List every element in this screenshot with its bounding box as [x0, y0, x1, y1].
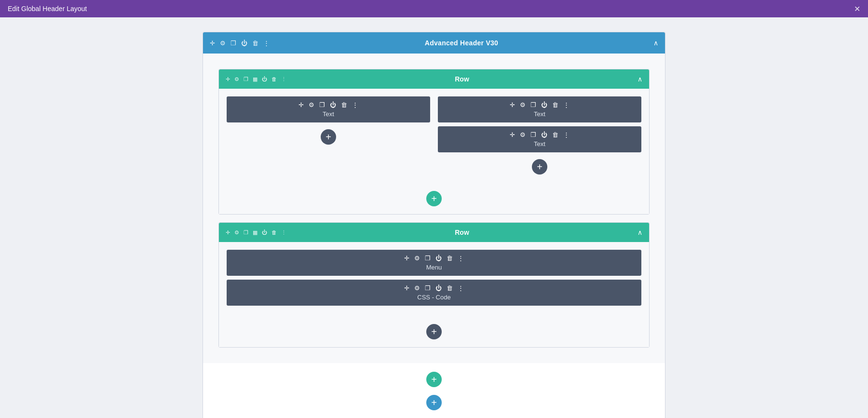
section-duplicate-icon[interactable]: ❐	[231, 40, 236, 47]
module2-label: Text	[534, 110, 545, 118]
module3-icons: ✛ ⚙ ❐ ⏻ 🗑 ⋮	[510, 131, 570, 138]
row2-duplicate-icon[interactable]: ❐	[244, 229, 248, 236]
mod2-move-icon[interactable]: ✛	[510, 101, 515, 108]
row2-columns-icon[interactable]: ▦	[253, 229, 258, 236]
section-more-icon[interactable]: ⋮	[263, 40, 270, 47]
section-move-icon[interactable]: ✛	[210, 40, 215, 47]
mod5-settings-icon[interactable]: ⚙	[414, 284, 420, 292]
row1-col1: ✛ ⚙ ❐ ⏻ 🗑 ⋮ Text +	[227, 96, 430, 176]
row1-power-icon[interactable]: ⏻	[262, 76, 267, 82]
row2-header-left: ✛ ⚙ ❐ ▦ ⏻ 🗑 ⋮	[226, 229, 286, 236]
row1-delete-icon[interactable]: 🗑	[271, 76, 277, 82]
title-bar: Edit Global Header Layout ✕	[0, 0, 868, 17]
module-text-1: ✛ ⚙ ❐ ⏻ 🗑 ⋮ Text	[227, 96, 430, 122]
row1-header-left: ✛ ⚙ ❐ ▦ ⏻ 🗑 ⋮	[226, 76, 286, 82]
add-module-row2-button[interactable]: +	[426, 324, 442, 339]
mod4-move-icon[interactable]: ✛	[404, 255, 409, 262]
mod2-more-icon[interactable]: ⋮	[563, 101, 570, 108]
row2-content: ✛ ⚙ ❐ ⏻ 🗑 ⋮ Menu ✛ ⚙ ❐	[219, 242, 649, 317]
row-header-2: ✛ ⚙ ❐ ▦ ⏻ 🗑 ⋮ Row ∧	[219, 223, 649, 242]
mod3-more-icon[interactable]: ⋮	[563, 131, 570, 138]
module-text-2: ✛ ⚙ ❐ ⏻ 🗑 ⋮ Text	[438, 96, 641, 122]
row1-columns-icon[interactable]: ▦	[253, 76, 258, 82]
canvas: ✛ ⚙ ❐ ⏻ 🗑 ⋮ Advanced Header V30 ∧ ✛ ⚙ ❐ …	[0, 17, 868, 418]
row2-delete-icon[interactable]: 🗑	[271, 229, 277, 235]
mod2-settings-icon[interactable]: ⚙	[520, 101, 526, 108]
section-title: Advanced Header V30	[425, 39, 498, 47]
row-block-1: ✛ ⚙ ❐ ▦ ⏻ 🗑 ⋮ Row ∧	[218, 69, 650, 215]
mod3-duplicate-icon[interactable]: ❐	[530, 131, 536, 138]
module4-label: Menu	[426, 264, 442, 271]
mod5-move-icon[interactable]: ✛	[404, 284, 409, 292]
section-delete-icon[interactable]: 🗑	[252, 40, 258, 47]
row-block-2: ✛ ⚙ ❐ ▦ ⏻ 🗑 ⋮ Row ∧ ✛ ⚙	[218, 222, 650, 348]
mod1-more-icon[interactable]: ⋮	[352, 101, 358, 108]
add-row-after-row1-button[interactable]: +	[426, 191, 442, 206]
add-section-after-button[interactable]: +	[426, 395, 442, 410]
add-module-row1-col1-button[interactable]: +	[321, 129, 336, 145]
section-header: ✛ ⚙ ❐ ⏻ 🗑 ⋮ Advanced Header V30 ∧	[203, 32, 665, 54]
mod1-duplicate-icon[interactable]: ❐	[319, 101, 325, 108]
row1-duplicate-icon[interactable]: ❐	[244, 76, 248, 82]
mod5-power-icon[interactable]: ⏻	[435, 284, 442, 292]
section-bottom-adds: + +	[203, 369, 665, 418]
row2-bottom: +	[219, 317, 649, 347]
module5-icons: ✛ ⚙ ❐ ⏻ 🗑 ⋮	[404, 284, 464, 292]
add-module-row1-col2-button[interactable]: +	[532, 159, 547, 175]
module-menu: ✛ ⚙ ❐ ⏻ 🗑 ⋮ Menu	[227, 250, 641, 276]
mod3-power-icon[interactable]: ⏻	[541, 131, 547, 138]
row1-move-icon[interactable]: ✛	[226, 76, 230, 82]
module3-label: Text	[534, 140, 545, 148]
row2-move-icon[interactable]: ✛	[226, 229, 230, 236]
section-body: ✛ ⚙ ❐ ▦ ⏻ 🗑 ⋮ Row ∧	[203, 54, 665, 363]
row1-col2: ✛ ⚙ ❐ ⏻ 🗑 ⋮ Text	[438, 96, 641, 176]
mod2-delete-icon[interactable]: 🗑	[552, 101, 558, 108]
mod4-duplicate-icon[interactable]: ❐	[425, 255, 431, 262]
section-header-left: ✛ ⚙ ❐ ⏻ 🗑 ⋮	[210, 40, 270, 47]
row1-collapse-icon[interactable]: ∧	[637, 75, 642, 83]
mod1-delete-icon[interactable]: 🗑	[341, 101, 347, 108]
row2-title: Row	[455, 229, 469, 236]
mod1-settings-icon[interactable]: ⚙	[309, 101, 314, 108]
row1-bottom: +	[219, 184, 649, 214]
mod3-settings-icon[interactable]: ⚙	[520, 131, 526, 138]
close-button[interactable]: ✕	[854, 4, 860, 13]
module4-icons: ✛ ⚙ ❐ ⏻ 🗑 ⋮	[404, 255, 464, 262]
mod3-move-icon[interactable]: ✛	[510, 131, 515, 138]
mod4-power-icon[interactable]: ⏻	[435, 255, 442, 262]
row1-more-icon[interactable]: ⋮	[281, 76, 286, 82]
mod5-duplicate-icon[interactable]: ❐	[425, 284, 431, 292]
module-text-3: ✛ ⚙ ❐ ⏻ 🗑 ⋮ Text	[438, 126, 641, 152]
mod4-delete-icon[interactable]: 🗑	[447, 255, 453, 262]
mod5-more-icon[interactable]: ⋮	[458, 284, 464, 292]
mod1-power-icon[interactable]: ⏻	[330, 101, 336, 108]
row2-more-icon[interactable]: ⋮	[281, 229, 286, 236]
module5-label: CSS - Code	[417, 294, 450, 301]
row-header-1: ✛ ⚙ ❐ ▦ ⏻ 🗑 ⋮ Row ∧	[219, 69, 649, 89]
mod5-delete-icon[interactable]: 🗑	[447, 284, 453, 292]
mod3-delete-icon[interactable]: 🗑	[552, 131, 558, 138]
row1-title: Row	[455, 75, 469, 83]
module1-label: Text	[323, 110, 334, 118]
section-settings-icon[interactable]: ⚙	[220, 40, 226, 47]
section-power-icon[interactable]: ⏻	[241, 40, 247, 47]
add-row-section-button[interactable]: +	[426, 372, 442, 387]
module2-icons: ✛ ⚙ ❐ ⏻ 🗑 ⋮	[510, 101, 570, 108]
mod2-duplicate-icon[interactable]: ❐	[530, 101, 536, 108]
row1-content: ✛ ⚙ ❐ ⏻ 🗑 ⋮ Text +	[219, 89, 649, 184]
module1-icons: ✛ ⚙ ❐ ⏻ 🗑 ⋮	[298, 101, 358, 108]
title-bar-text: Edit Global Header Layout	[8, 5, 87, 13]
row1-columns: ✛ ⚙ ❐ ⏻ 🗑 ⋮ Text +	[227, 96, 641, 176]
row2-power-icon[interactable]: ⏻	[262, 229, 267, 235]
section-collapse-icon[interactable]: ∧	[653, 39, 658, 47]
mod4-settings-icon[interactable]: ⚙	[414, 255, 420, 262]
mod1-move-icon[interactable]: ✛	[298, 101, 304, 108]
row2-collapse-icon[interactable]: ∧	[637, 229, 642, 236]
section-container: ✛ ⚙ ❐ ⏻ 🗑 ⋮ Advanced Header V30 ∧ ✛ ⚙ ❐ …	[203, 32, 665, 418]
row1-settings-icon[interactable]: ⚙	[234, 76, 239, 82]
module-css-code: ✛ ⚙ ❐ ⏻ 🗑 ⋮ CSS - Code	[227, 280, 641, 306]
row2-settings-icon[interactable]: ⚙	[234, 229, 239, 236]
mod4-more-icon[interactable]: ⋮	[458, 255, 464, 262]
mod2-power-icon[interactable]: ⏻	[541, 101, 547, 108]
